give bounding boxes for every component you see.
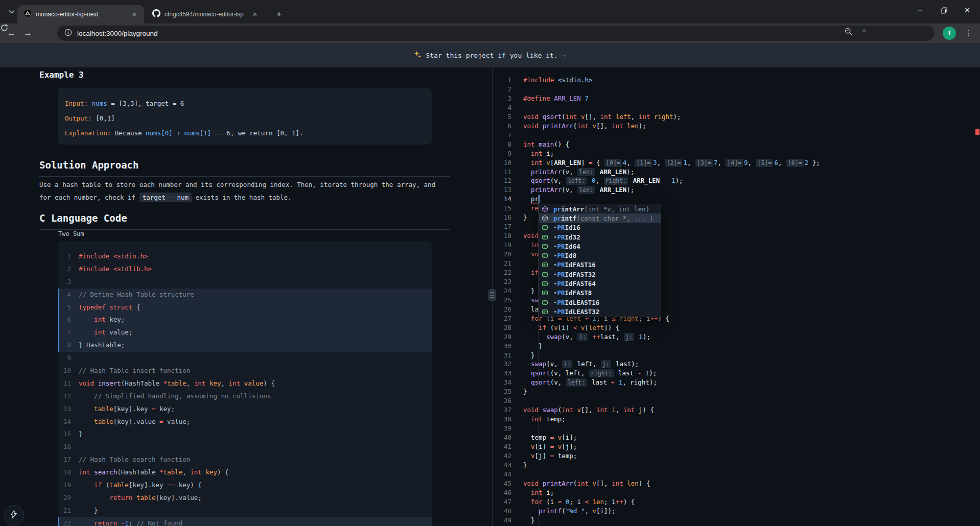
line-number: 31 (493, 351, 511, 360)
editor-line[interactable]: 46 int i; (493, 488, 980, 497)
suggestion-item-printarr[interactable]: printArr(int *v, int len) (539, 204, 661, 213)
editor-line[interactable]: 2 (493, 85, 980, 94)
editor-line[interactable]: 4 (493, 103, 980, 112)
suggestion-item-prid16[interactable]: •PRId16 (539, 223, 661, 232)
example-heading: Example 3 (39, 70, 84, 80)
editor-line[interactable]: 14 pr (493, 195, 980, 204)
editor-line[interactable]: 11 printArr(v, len: ARR_LEN); (493, 168, 980, 177)
suggestion-item-pridfast32[interactable]: •PRIdFAST32 (539, 270, 661, 279)
suggestion-item-prid64[interactable]: •PRId64 (539, 242, 661, 251)
editor-line[interactable]: 42 v[j] = temp; (493, 451, 980, 461)
forward-button[interactable]: → (24, 28, 32, 38)
function-icon (542, 206, 551, 212)
line-number: 18 (493, 231, 511, 241)
c-code-block: 1#include <stdio.h>2#include <stdlib.h>3… (58, 241, 432, 526)
doc-code-line: 7 int value; (58, 326, 432, 339)
editor-line[interactable]: 6void printArr(int v[], int len); (493, 122, 980, 131)
suggestion-item-pridfast64[interactable]: •PRIdFAST64 (539, 279, 661, 288)
tab-close-icon[interactable]: × (130, 10, 139, 19)
line-number: 9 (493, 149, 511, 158)
suggestion-item-pridleast32[interactable]: •PRIdLEAST32 (539, 307, 661, 316)
line-number: 34 (493, 378, 511, 387)
back-button[interactable]: ← (7, 28, 16, 38)
line-number: 38 (493, 415, 511, 424)
panel-resize-handle[interactable] (488, 289, 496, 301)
editor-line[interactable]: 3#define ARR_LEN 7 (493, 94, 980, 103)
editor-line[interactable]: 40 temp = v[i]; (493, 433, 980, 442)
doc-code-line: 14 table[key].value = value; (58, 416, 432, 428)
autocomplete-popup[interactable]: printArr(int *v, int len)printf(const ch… (539, 204, 661, 317)
editor-line[interactable]: 8int main() { (493, 140, 980, 149)
editor-line[interactable]: 41 v[i] = v[j]; (493, 442, 980, 451)
site-info-icon[interactable] (64, 29, 72, 38)
tab-github-repo[interactable]: cfngc4594/monaco-editor-lsp × (146, 5, 265, 23)
window-minimize-button[interactable]: − (908, 0, 932, 20)
editor-line[interactable]: 32 swap(v, i: left, j: last); (493, 360, 980, 369)
line-number: 21 (493, 259, 511, 268)
line-number: 14 (493, 195, 511, 204)
new-tab-button[interactable]: + (272, 7, 286, 21)
arrow-right-icon: → (562, 52, 566, 59)
editor-line[interactable]: 44 (493, 470, 980, 479)
editor-line[interactable]: 7 (493, 131, 980, 140)
line-number: 46 (493, 488, 511, 497)
function-icon (542, 215, 551, 222)
editor-line[interactable]: 13 printArr(v, len: ARR_LEN); (493, 185, 980, 195)
editor-line[interactable]: 47 for (i = 0; i < len; i++) { (493, 497, 980, 507)
quick-actions-button[interactable] (4, 505, 24, 525)
editor-line[interactable]: 31 } (493, 351, 980, 360)
browser-menu-icon[interactable]: ⋮ (965, 27, 972, 40)
tab-monaco-editor-lsp-next[interactable]: monaco-editor-lsp-next × (17, 5, 144, 23)
suggestion-item-pridleast16[interactable]: •PRIdLEAST16 (539, 298, 661, 307)
editor-line[interactable]: 5void qsort(int v[], int left, int right… (493, 112, 980, 122)
line-number: 41 (493, 442, 511, 451)
zoom-icon[interactable] (844, 27, 853, 38)
editor-line[interactable]: 38 int temp; (493, 415, 980, 424)
editor-line[interactable]: 33 qsort(v, left, right: last - 1); (493, 369, 980, 378)
doc-code-line: 12 // Simplified handling, assuming no c… (58, 390, 432, 403)
suggestion-item-pridfast8[interactable]: •PRIdFAST8 (539, 289, 661, 298)
editor-line[interactable]: 30 } (493, 342, 980, 351)
example-line: Output: [0,1] (58, 111, 432, 126)
editor-line[interactable]: 1#include <stdio.h> (493, 76, 980, 85)
editor-line[interactable]: 45void printArr(int v[], int len) { (493, 479, 980, 488)
editor-line[interactable]: 37void swap(int v[], int i, int j) { (493, 405, 980, 415)
tab-title: cfngc4594/monaco-editor-lsp (165, 11, 247, 18)
monaco-editor[interactable]: 1#include <stdio.h>23#define ARR_LEN 745… (492, 67, 980, 526)
line-number: 13 (493, 185, 511, 195)
browser-toolbar: ← → localhost:3000/playground ☆ (0, 23, 980, 43)
editor-line[interactable]: 34 qsort(v, left: last + 1, right); (493, 378, 980, 387)
line-number: 40 (493, 433, 511, 442)
line-number: 10 (493, 158, 511, 168)
suggestion-item-prid8[interactable]: •PRId8 (539, 251, 661, 260)
editor-line[interactable]: 49 } (493, 516, 980, 525)
macro-icon (542, 243, 551, 250)
editor-line[interactable]: 12 qsort(v, left: 0, right: ARR_LEN - 1)… (493, 176, 980, 185)
macro-icon (542, 234, 551, 241)
line-number: 48 (493, 507, 511, 516)
line-number: 44 (493, 470, 511, 479)
bookmark-star-icon[interactable]: ☆ (861, 25, 867, 35)
editor-line[interactable]: 43} (493, 461, 980, 470)
editor-line[interactable]: 9 int i; (493, 149, 980, 158)
line-number: 7 (493, 131, 511, 140)
editor-line[interactable]: 35} (493, 387, 980, 396)
suggestion-item-pridfast16[interactable]: •PRIdFAST16 (539, 260, 661, 270)
editor-line[interactable]: 10 int v[ARR_LEN] = { [0]=4, [1]=3, [2]=… (493, 158, 980, 168)
star-project-banner[interactable]: Star this project if you like it. → (0, 43, 980, 67)
suggestion-item-printf[interactable]: printf(const char *, ... ) (539, 213, 661, 223)
editor-line[interactable]: 29 swap(v, i: ++last, j: i); (493, 332, 980, 342)
tab-close-icon[interactable]: × (250, 10, 260, 19)
suggestion-item-prid32[interactable]: •PRId32 (539, 232, 661, 242)
editor-line[interactable]: 36 (493, 396, 980, 405)
window-close-button[interactable]: × (955, 0, 979, 20)
url-text[interactable]: localhost:3000/playground (77, 30, 935, 37)
profile-avatar[interactable]: f (943, 27, 956, 40)
window-restore-button[interactable] (932, 0, 955, 20)
editor-line[interactable]: 48 printf("%d ", v[i]); (493, 507, 980, 516)
tab-search-chevron-icon[interactable] (5, 6, 18, 17)
address-bar[interactable]: localhost:3000/playground (57, 26, 935, 41)
editor-line[interactable]: 28 if (v[i] < v[left]) { (493, 323, 980, 332)
doc-code-line: 19 if (table[key].key == key) { (58, 479, 432, 492)
editor-line[interactable]: 39 (493, 424, 980, 433)
